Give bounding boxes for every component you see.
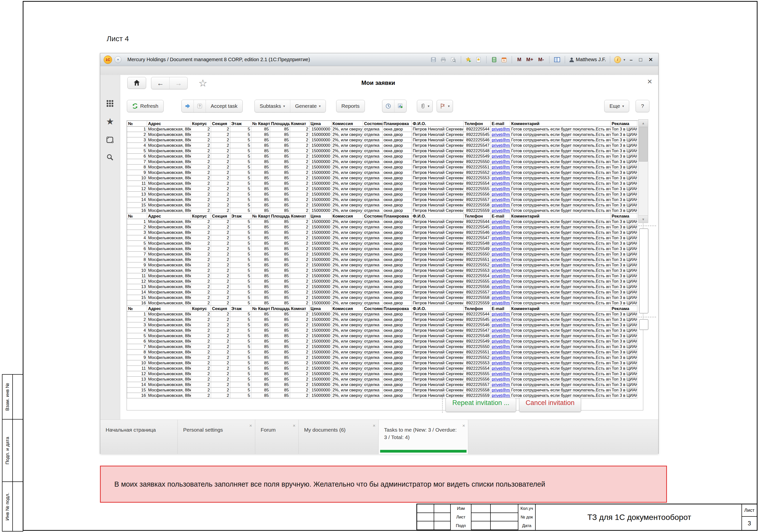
column-header[interactable]: E-mail: [491, 213, 510, 219]
column-header[interactable]: №: [127, 306, 147, 312]
email-link[interactable]: privet@ma: [492, 317, 510, 322]
email-link[interactable]: privet@ma: [492, 339, 510, 343]
email-link[interactable]: privet@ma: [492, 170, 510, 175]
column-header[interactable]: Секция: [211, 121, 230, 126]
email-link[interactable]: privet@ma: [492, 187, 510, 191]
table-row[interactable]: 11Мосфильмовская, 88к1122585852150000002…: [127, 273, 637, 279]
cancel-invitation-button[interactable]: Cancel invitation: [519, 398, 581, 412]
column-header[interactable]: Реклама: [611, 213, 637, 219]
table-row[interactable]: 14Мосфильмовская, 88к1422585852150000002…: [127, 289, 637, 295]
table-row[interactable]: 8Мосфильмовская, 88к822585852150000002%,…: [127, 349, 637, 355]
email-link[interactable]: privet@ma: [492, 333, 510, 338]
table-row[interactable]: 5Мосфильмовская, 88к522585852150000002%,…: [127, 241, 637, 246]
email-link[interactable]: privet@ma: [492, 344, 510, 349]
tab-2[interactable]: Forum×: [255, 420, 299, 454]
email-link[interactable]: privet@ma: [492, 295, 510, 300]
tab-1[interactable]: Personal settings×: [178, 420, 255, 454]
column-header[interactable]: Ф.И.О.: [412, 213, 463, 219]
current-user[interactable]: Matthews J.F.: [569, 57, 606, 63]
table-row[interactable]: 15Мосфильмовская, 88к1522585852150000002…: [127, 202, 637, 208]
table-row[interactable]: 9Мосфильмовская, 88к922585852150000002%,…: [127, 262, 637, 268]
column-header[interactable]: Секция: [211, 306, 230, 312]
table-row[interactable]: 10Мосфильмовская, 88к1022585852150000002…: [127, 268, 637, 273]
history-icon[interactable]: [100, 136, 120, 144]
split-window-icon[interactable]: [553, 56, 561, 64]
calendar-icon[interactable]: 31: [500, 56, 508, 64]
column-header[interactable]: №: [127, 213, 147, 219]
column-header[interactable]: № Кварти: [251, 121, 270, 126]
column-header[interactable]: Комиссия: [331, 121, 363, 126]
more-button[interactable]: Еще▾: [604, 100, 629, 112]
table-row[interactable]: 7Мосфильмовская, 88к722585852150000002%,…: [127, 344, 637, 349]
table-row[interactable]: 4Мосфильмовская, 88к422585852150000002%,…: [127, 235, 637, 241]
column-header[interactable]: Планировка: [383, 121, 412, 126]
table-row[interactable]: 15Мосфильмовская, 88к1522585852150000002…: [127, 387, 637, 393]
email-link[interactable]: privet@ma: [492, 127, 510, 131]
table-row[interactable]: 13Мосфильмовская, 88к1322585852150000002…: [127, 192, 637, 197]
accept-task-button[interactable]: Accept task: [206, 100, 243, 112]
tab-close-icon[interactable]: ×: [249, 422, 252, 429]
info-icon[interactable]: i: [614, 56, 621, 63]
memory-m-button[interactable]: M: [516, 57, 523, 63]
scroll-down-icon[interactable]: ▼: [639, 216, 648, 223]
table-row[interactable]: 10Мосфильмовская, 88к1022585852150000002…: [127, 360, 637, 366]
table-row[interactable]: 12Мосфильмовская, 88к1222585852150000002…: [127, 279, 637, 284]
email-link[interactable]: privet@ma: [492, 285, 510, 289]
email-link[interactable]: privet@ma: [492, 377, 510, 381]
column-header[interactable]: Комнат: [290, 121, 309, 126]
print-preview-icon[interactable]: [450, 56, 457, 64]
email-link[interactable]: privet@ma: [492, 219, 510, 224]
table-row[interactable]: 15Мосфильмовская, 88к1522585852150000002…: [127, 295, 637, 300]
maximize-button[interactable]: □: [637, 57, 644, 63]
column-header[interactable]: Комиссия: [331, 213, 363, 219]
email-link[interactable]: privet@ma: [492, 181, 510, 186]
column-header[interactable]: Корпус: [191, 306, 211, 312]
search-icon[interactable]: [100, 154, 120, 162]
table-row[interactable]: 2Мосфильмовская, 88к222585852150000002%,…: [127, 224, 637, 230]
column-header[interactable]: Цена: [309, 121, 331, 126]
email-link[interactable]: privet@ma: [492, 274, 510, 278]
vertical-scrollbar[interactable]: ▲ ▼: [638, 119, 648, 223]
flag-button[interactable]: ▾: [437, 100, 453, 112]
table-row[interactable]: 8Мосфильмовская, 88к822585852150000002%,…: [127, 257, 637, 262]
scrollbar-thumb[interactable]: [639, 127, 648, 161]
email-link[interactable]: privet@ma: [492, 252, 510, 256]
scroll-up-icon[interactable]: ▲: [639, 120, 648, 127]
table-row[interactable]: 12Мосфильмовская, 88к1222585852150000002…: [127, 186, 637, 192]
column-header[interactable]: Реклама: [611, 306, 637, 312]
calculator-icon[interactable]: [491, 56, 498, 64]
column-header[interactable]: Состояние: [363, 213, 383, 219]
clock-icon[interactable]: [382, 100, 394, 112]
column-header[interactable]: Этаж: [230, 213, 251, 219]
email-link[interactable]: privet@ma: [492, 257, 510, 262]
table-row[interactable]: 10Мосфильмовская, 88к1022585852150000002…: [127, 175, 637, 181]
email-link[interactable]: privet@ma: [492, 132, 510, 137]
table-row[interactable]: 7Мосфильмовская, 88к722585852150000002%,…: [127, 251, 637, 257]
column-header[interactable]: Планировка: [383, 306, 412, 312]
table-row[interactable]: 5Мосфильмовская, 88к522585852150000002%,…: [127, 148, 637, 154]
column-header[interactable]: Состояние: [363, 306, 383, 312]
email-link[interactable]: privet@ma: [492, 192, 510, 197]
table-row[interactable]: 9Мосфильмовская, 88к922585852150000002%,…: [127, 355, 637, 360]
email-link[interactable]: privet@ma: [492, 290, 510, 294]
table-row[interactable]: 5Мосфильмовская, 88к522585852150000002%,…: [127, 333, 637, 339]
email-link[interactable]: privet@ma: [492, 203, 510, 207]
tab-close-icon[interactable]: ×: [293, 422, 296, 429]
main-menu-icon[interactable]: [100, 99, 120, 108]
email-link[interactable]: privet@ma: [492, 323, 510, 327]
print-icon[interactable]: [440, 56, 447, 64]
email-link[interactable]: privet@ma: [492, 159, 510, 164]
column-header[interactable]: Планировка: [383, 213, 412, 219]
reports-button[interactable]: Reports: [336, 100, 365, 112]
column-header[interactable]: Телефон: [463, 213, 491, 219]
email-link[interactable]: privet@ma: [492, 382, 510, 387]
close-page-icon[interactable]: ✕: [647, 78, 652, 86]
execute-icon[interactable]: [182, 100, 194, 112]
table-row[interactable]: 16Мосфильмовская, 88к1622585852150000002…: [127, 393, 637, 398]
save-icon[interactable]: [430, 56, 437, 64]
column-header[interactable]: Корпус: [191, 121, 211, 126]
attachment-button[interactable]: ▾: [417, 100, 433, 112]
table-row[interactable]: 11Мосфильмовская, 88к1122585852150000002…: [127, 366, 637, 371]
table-row[interactable]: 12Мосфильмовская, 88к1222585852150000002…: [127, 371, 637, 377]
column-header[interactable]: Телефон: [463, 306, 491, 312]
